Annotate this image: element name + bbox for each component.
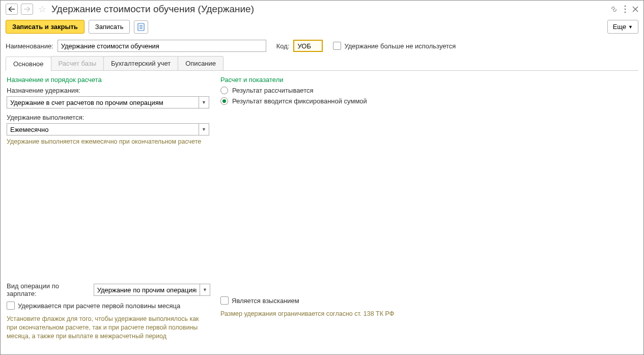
radio-outer[interactable]	[220, 97, 228, 105]
name-input[interactable]	[58, 40, 266, 52]
svg-point-2	[625, 12, 626, 13]
radio-calculated[interactable]: Результат рассчитывается	[220, 87, 637, 94]
section-purpose-title: Назначение и порядок расчета	[7, 76, 210, 84]
svg-point-1	[625, 9, 626, 10]
tab-description[interactable]: Описание	[178, 56, 223, 70]
executed-hint: Удержание выполняется ежемесячно при око…	[7, 138, 210, 146]
nav-forward-button[interactable]	[21, 4, 33, 15]
operation-select[interactable]: ▼	[94, 284, 210, 296]
bottom-area: Вид операции по зарплате: ▼ Удерживается…	[1, 282, 643, 346]
section-calc-title: Расчет и показатели	[220, 76, 637, 84]
more-button-label: Еще	[613, 23, 626, 31]
operation-select-input[interactable]	[94, 284, 200, 295]
radio-fixed-label: Результат вводится фиксированной суммой	[232, 97, 367, 105]
titlebar: ☆ Удержание стоимости обучения (Удержани…	[1, 1, 643, 18]
svg-point-0	[625, 6, 626, 7]
chevron-down-icon: ▼	[628, 24, 633, 30]
purpose-label: Назначение удержания:	[7, 87, 210, 94]
tab-content: Назначение и порядок расчета Назначение …	[1, 71, 643, 346]
first-half-checkbox-wrap[interactable]: Удерживается при расчете первой половины…	[7, 302, 180, 310]
kebab-menu-icon[interactable]	[624, 5, 626, 13]
bottom-right: Является взысканием Размер удержания огр…	[220, 282, 637, 341]
first-half-hint: Установите флажок для того, чтобы удержа…	[7, 315, 210, 341]
operation-label: Вид операции по зарплате:	[7, 282, 91, 297]
form-header-row: Наименование: Код: Удержание больше не и…	[1, 38, 643, 56]
tab-main[interactable]: Основное	[6, 57, 51, 71]
purpose-select[interactable]: ▼	[7, 96, 209, 108]
radio-inner	[222, 99, 226, 103]
toolbar: Записать и закрыть Записать Еще ▼	[1, 18, 643, 38]
tab-base[interactable]: Расчет базы	[51, 56, 104, 70]
report-icon-button[interactable]	[134, 20, 148, 34]
is-collection-checkbox[interactable]	[220, 296, 229, 305]
title-actions	[610, 5, 638, 13]
operation-row: Вид операции по зарплате: ▼	[7, 282, 210, 297]
link-icon[interactable]	[610, 5, 618, 13]
favorite-star-icon[interactable]: ☆	[38, 4, 46, 15]
executed-label: Удержание выполняется:	[7, 114, 210, 121]
chevron-down-icon[interactable]: ▼	[199, 97, 209, 108]
chevron-down-icon[interactable]: ▼	[200, 284, 210, 295]
more-button[interactable]: Еще ▼	[607, 20, 638, 34]
not-used-label: Удержание больше не используется	[344, 42, 456, 50]
page-title: Удержание стоимости обучения (Удержание)	[51, 4, 607, 15]
executed-field: Удержание выполняется: ▼ Удержание выпол…	[7, 114, 210, 146]
tab-accounting[interactable]: Бухгалтерский учет	[103, 56, 178, 70]
first-half-label: Удерживается при расчете первой половины…	[18, 302, 180, 310]
bottom-left: Вид операции по зарплате: ▼ Удерживается…	[7, 282, 210, 341]
name-label: Наименование:	[6, 42, 53, 50]
executed-select[interactable]: ▼	[7, 123, 209, 135]
not-used-checkbox[interactable]	[333, 42, 341, 50]
chevron-down-icon[interactable]: ▼	[199, 124, 209, 135]
radio-calculated-label: Результат рассчитывается	[232, 87, 314, 94]
code-input[interactable]	[293, 40, 323, 52]
code-label: Код:	[276, 42, 290, 50]
executed-select-input[interactable]	[7, 124, 199, 135]
is-collection-checkbox-wrap[interactable]: Является взысканием	[220, 296, 299, 305]
close-icon[interactable]	[632, 6, 638, 12]
radio-fixed[interactable]: Результат вводится фиксированной суммой	[220, 97, 637, 105]
is-collection-label: Является взысканием	[232, 297, 299, 305]
first-half-checkbox[interactable]	[7, 302, 15, 310]
radio-outer[interactable]	[220, 87, 228, 94]
nav-back-button[interactable]	[6, 4, 18, 15]
is-collection-hint: Размер удержания ограничивается согласно…	[220, 310, 637, 318]
save-button[interactable]: Записать	[89, 20, 130, 34]
purpose-select-input[interactable]	[7, 97, 199, 108]
save-and-close-button[interactable]: Записать и закрыть	[6, 20, 85, 34]
tabs: Основное Расчет базы Бухгалтерский учет …	[6, 56, 638, 71]
not-used-checkbox-wrap[interactable]: Удержание больше не используется	[333, 42, 456, 50]
purpose-field: Назначение удержания: ▼	[7, 87, 210, 108]
